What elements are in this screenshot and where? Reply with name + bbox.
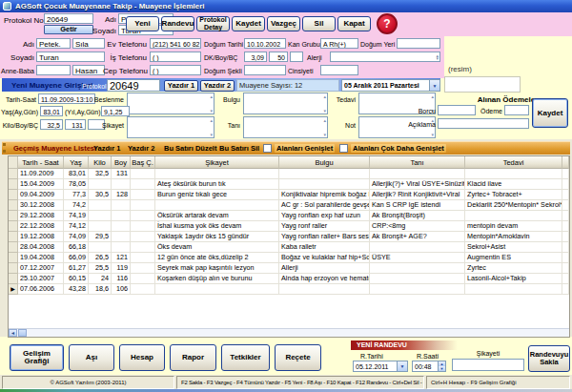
yeni-button[interactable]: Yeni — [126, 16, 159, 31]
kilo-input[interactable]: 32,5 — [40, 119, 63, 130]
chevron-down-icon[interactable]: ▼ — [397, 361, 407, 371]
column-header[interactable]: Tarih - Saat — [18, 156, 64, 169]
yas-input[interactable]: 83,01 — [40, 106, 63, 116]
recete-button[interactable]: Reçete — [275, 344, 321, 371]
anne-input[interactable] — [36, 65, 71, 75]
bulgu-textarea[interactable] — [243, 93, 328, 114]
table-row[interactable]: 15.04.200978,05Ateş öksürük burun tıkAll… — [9, 179, 569, 190]
column-header[interactable]: Tanı — [370, 156, 465, 169]
column-header[interactable]: Yaş — [64, 156, 89, 169]
scrollbar-thumb[interactable] — [18, 329, 27, 337]
randevu-button[interactable]: Randevu — [161, 16, 194, 31]
dogum-tarihi-input[interactable]: 10.10.2002 — [244, 38, 286, 49]
randevu-sakla-button[interactable]: Randevuyu Sakla — [528, 345, 570, 372]
table-row[interactable]: 11.09.200983,0132,5131 — [9, 169, 569, 179]
borcu-input[interactable] — [438, 105, 476, 115]
aciklama-input[interactable] — [438, 118, 529, 129]
cell — [155, 169, 279, 179]
column-header[interactable]: Kilo — [89, 156, 112, 169]
kaydet-button[interactable]: Kaydet — [232, 16, 265, 31]
dbc-input[interactable] — [290, 52, 303, 62]
kilo-boy-bc-label: Kilo/Boy/BÇ — [0, 121, 38, 130]
expand-checkbox[interactable] — [263, 144, 272, 153]
tarih-saat-input[interactable]: 11.09.2009-13:10 — [38, 93, 95, 104]
new-exam-protokol-input[interactable]: 20649 — [107, 79, 160, 92]
randevu-time-spinner[interactable]: 00:48 ▲▼ — [412, 361, 446, 372]
kan-grubu-input[interactable]: A Rh(+) — [320, 38, 358, 49]
randevu-sikayet-input[interactable] — [452, 359, 524, 371]
table-row[interactable]: 25.10.200760,1524116Koşarken düşüp alın … — [9, 274, 569, 284]
yil-ay-gun-input[interactable]: 9,1,25 — [101, 106, 130, 116]
table-row[interactable]: 09.04.200977,330,5128Burun geniz tıkalı … — [9, 190, 569, 200]
ev-telefonu-input[interactable]: (212) 541 60 82 — [150, 38, 201, 49]
yazdir1-button[interactable]: Yazdır 1 — [164, 80, 198, 92]
vazgec-button[interactable]: Vazgeç — [267, 16, 300, 31]
table-row[interactable]: 07.12.200761,2725,5119Seyrek mak pap kaş… — [9, 263, 569, 274]
column-header[interactable]: Baş Ç. — [131, 156, 155, 169]
sikayet-textarea[interactable] — [127, 116, 214, 138]
dboy-input[interactable]: 50 — [269, 52, 288, 62]
protokol-no-input[interactable]: 20649 — [44, 13, 93, 24]
help-button[interactable]: ? — [377, 13, 398, 34]
adi-input[interactable]: Petek. — [36, 38, 71, 49]
chevron-down-icon[interactable]: ▼ — [429, 80, 439, 91]
exam-date-combo[interactable]: 05 Aralık 2011 Pazartesi ▼ — [341, 79, 440, 92]
soyadi-input[interactable]: Turan — [36, 52, 105, 62]
kapat-button[interactable]: Kapat — [337, 16, 371, 31]
randevu-date-combo[interactable]: 05.12.2011 ▼ — [353, 361, 408, 372]
tani-textarea[interactable] — [243, 116, 328, 138]
history-yazdir2-button[interactable]: Yazdır 2 — [128, 144, 154, 153]
cell-filler — [562, 263, 569, 274]
rapor-button[interactable]: Rapor — [170, 344, 216, 371]
expand-more-checkbox[interactable] — [339, 144, 348, 153]
column-header[interactable]: Bulgu — [279, 156, 370, 169]
alerji-input[interactable] — [330, 52, 440, 62]
payment-kaydet-button[interactable]: Kaydet — [532, 98, 568, 128]
cell — [279, 179, 370, 190]
drag-handle-icon[interactable] — [3, 143, 6, 153]
column-header[interactable]: Şikayet — [155, 156, 279, 169]
expand-more-checkbox-label[interactable]: Alanları Çok Daha Genişlet — [351, 144, 446, 153]
table-row[interactable]: ▶07.06.200643,2818,6106 — [9, 284, 569, 295]
boy-input[interactable]: 131 — [65, 119, 86, 130]
row-delete-button[interactable]: Bu Satırı Sil — [219, 144, 259, 153]
baba-input[interactable]: Hasan — [72, 65, 105, 75]
dk-input[interactable]: 3,09 — [244, 52, 267, 62]
odeme-input[interactable] — [504, 105, 529, 115]
table-row[interactable]: 30.12.200874,2AC gr : Sol parahilerde ge… — [9, 200, 569, 211]
adi2-input[interactable]: Sıla — [72, 38, 105, 49]
scroll-left-icon[interactable]: ◄ — [9, 329, 17, 337]
hesap-button[interactable]: Hesap — [119, 344, 165, 371]
spinner-arrows-icon[interactable]: ▲▼ — [438, 361, 445, 371]
protokol-detay-button[interactable]: Protokol Detay — [196, 16, 230, 31]
expand-checkbox-label[interactable]: Alanları Genişlet — [275, 144, 335, 153]
table-row[interactable]: 28.04.200866,18Öks devamKaba ralletrSekr… — [9, 242, 569, 253]
tetkikler-button[interactable]: Tetkikler — [221, 344, 270, 371]
horizontal-scrollbar[interactable]: ◄ — [9, 328, 569, 337]
asi-button[interactable]: Aşı — [69, 344, 114, 371]
beslenme-textarea[interactable] — [127, 93, 214, 114]
cinsiyet-input[interactable] — [320, 65, 358, 75]
row-indicator — [9, 242, 18, 253]
dogum-yeri-input[interactable] — [397, 38, 440, 49]
table-row[interactable]: 19.12.200874,0929,5Yaklaşık 1aydır öks 1… — [9, 232, 569, 242]
getir-button[interactable]: Getir — [44, 25, 93, 34]
table-row[interactable]: 22.12.200874,12İshal kusma yok öks devam… — [9, 221, 569, 232]
table-row[interactable]: 29.12.200874,19Öksürük artarak devamYayg… — [9, 211, 569, 221]
column-header[interactable] — [562, 156, 569, 169]
column-header[interactable]: Boy — [112, 156, 131, 169]
row-edit-button[interactable]: Bu Satırı Düzelt — [164, 144, 216, 153]
sil-button[interactable]: Sil — [302, 16, 336, 31]
cell-filler — [562, 242, 569, 253]
yazdir2-button[interactable]: Yazdır 2 — [200, 80, 235, 92]
is-telefonu-input[interactable]: ( ) — [150, 52, 201, 62]
row-indicator — [9, 232, 18, 242]
cell: 24 — [89, 274, 112, 284]
dogum-sekli-input[interactable] — [244, 65, 286, 75]
gelisim-grafigi-button[interactable]: Gelişim Grafiği — [10, 344, 64, 371]
cell: AC gr : Sol parahilerde gevşek — [279, 200, 370, 211]
table-row[interactable]: 19.04.200866,0926,512112 gün önce ate ök… — [9, 253, 569, 263]
history-yazdir1-button[interactable]: Yazdır 1 — [93, 144, 120, 153]
cep-telefonu-input[interactable]: ( ) — [150, 65, 201, 75]
column-header[interactable]: Tedavi — [465, 156, 562, 169]
